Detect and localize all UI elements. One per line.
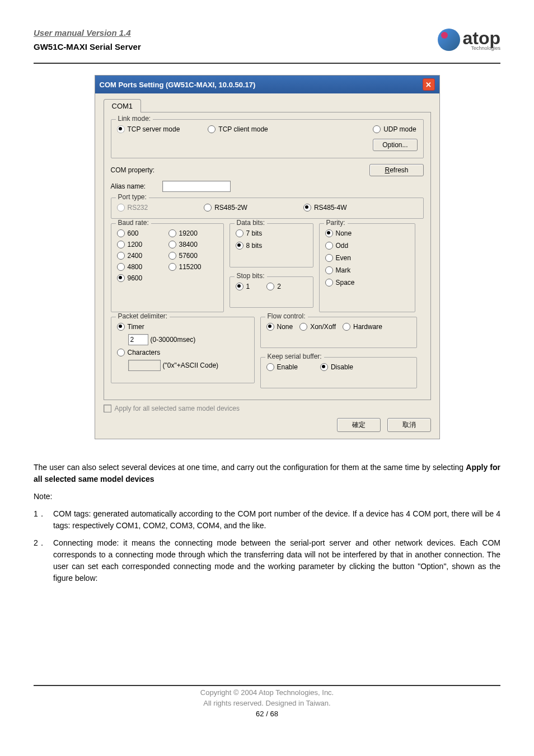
radio-characters[interactable]: Characters xyxy=(117,349,249,356)
radio-icon xyxy=(168,252,176,260)
radio-ks-enable[interactable]: Enable xyxy=(266,363,298,371)
close-button[interactable]: ✕ xyxy=(423,78,435,91)
footer-rights: All rights reserved. Designed in Taiwan. xyxy=(34,699,500,707)
baud-rate-legend: Baud rate: xyxy=(116,219,151,227)
body-text: The user can also select several devices… xyxy=(34,462,500,584)
radio-udp-mode[interactable]: UDP mode xyxy=(373,125,416,133)
ok-button[interactable]: 確定 xyxy=(337,418,381,432)
radio-baud-9600[interactable]: 9600 xyxy=(117,274,166,282)
radio-icon xyxy=(266,323,274,331)
radio-icon xyxy=(325,279,333,287)
page-header: User manual Version 1.4 GW51C-MAXI Seria… xyxy=(34,28,500,64)
radio-icon xyxy=(236,242,243,250)
com-property-label: COM property: xyxy=(111,166,155,174)
radio-icon xyxy=(117,125,125,133)
radio-7bits[interactable]: 7 bits xyxy=(236,229,307,237)
radio-tcp-server[interactable]: TCP server mode xyxy=(117,125,180,133)
radio-icon xyxy=(117,204,125,212)
radio-icon xyxy=(266,283,274,290)
radio-baud-4800[interactable]: 4800 xyxy=(117,263,166,271)
packet-delimiter-legend: Packet delimiter: xyxy=(116,312,170,320)
link-mode-fieldset: Link mode: TCP server mode TCP client mo… xyxy=(111,119,424,158)
flow-control-fieldset: Flow control: None Xon/Xoff Hardware xyxy=(260,317,417,348)
apply-all-checkbox xyxy=(104,405,111,412)
radio-icon xyxy=(266,363,274,371)
radio-baud-38400[interactable]: 38400 xyxy=(168,241,218,248)
radio-baud-600[interactable]: 600 xyxy=(117,229,166,237)
radio-icon xyxy=(236,229,243,237)
dialog-title: COM Ports Setting (GW51C-MAXI, 10.0.50.1… xyxy=(100,81,256,89)
radio-icon xyxy=(299,323,307,331)
dialog-titlebar: COM Ports Setting (GW51C-MAXI, 10.0.50.1… xyxy=(95,76,439,93)
radio-ks-disable[interactable]: Disable xyxy=(320,363,353,371)
radio-icon xyxy=(117,274,125,282)
timer-value-input[interactable] xyxy=(128,334,148,345)
parity-legend: Parity: xyxy=(324,219,348,227)
radio-parity-none[interactable]: None xyxy=(325,229,409,237)
refresh-button[interactable]: Refresh xyxy=(369,164,423,176)
note-label: Note: xyxy=(34,491,500,503)
radio-icon xyxy=(117,263,125,271)
alias-name-label: Alias name: xyxy=(111,182,146,190)
footer-page: 62 / 68 xyxy=(34,710,500,718)
port-type-legend: Port type: xyxy=(116,193,149,201)
option-button[interactable]: Option... xyxy=(373,139,417,151)
stop-bits-legend: Stop bits: xyxy=(235,272,267,280)
parity-fieldset: Parity: None Odd Even Mark Space xyxy=(319,223,415,312)
radio-icon xyxy=(343,323,350,331)
data-bits-legend: Data bits: xyxy=(235,219,268,227)
cancel-button[interactable]: 取消 xyxy=(387,418,431,432)
radio-icon xyxy=(168,229,176,237)
radio-fc-hardware[interactable]: Hardware xyxy=(343,323,382,331)
radio-stop-2[interactable]: 2 xyxy=(266,283,281,290)
apply-all-label: Apply for all selected same model device… xyxy=(115,405,240,412)
data-bits-fieldset: Data bits: 7 bits 8 bits xyxy=(229,223,313,267)
keep-serial-legend: Keep serial buffer: xyxy=(265,353,324,360)
radio-tcp-client[interactable]: TCP client mode xyxy=(208,125,268,133)
radio-rs485-4w[interactable]: RS485-4W xyxy=(303,204,347,212)
radio-icon xyxy=(117,252,125,260)
radio-stop-1[interactable]: 1 xyxy=(236,283,250,290)
radio-icon xyxy=(373,125,381,133)
radio-fc-xonxoff[interactable]: Xon/Xoff xyxy=(299,323,336,331)
page-footer: Copyright © 2004 Atop Technologies, Inc.… xyxy=(34,685,500,718)
tab-com1[interactable]: COM1 xyxy=(104,99,142,112)
baud-rate-fieldset: Baud rate: 600 19200 1200 38400 2400 576… xyxy=(111,223,224,312)
packet-delimiter-fieldset: Packet delimiter: Timer (0-30000msec) Ch… xyxy=(111,317,255,383)
alias-name-input[interactable] xyxy=(162,181,231,192)
radio-icon xyxy=(168,241,176,248)
footer-divider xyxy=(34,685,500,686)
radio-baud-1200[interactable]: 1200 xyxy=(117,241,166,248)
radio-8bits[interactable]: 8 bits xyxy=(236,242,307,250)
radio-icon xyxy=(117,229,125,237)
link-mode-legend: Link mode: xyxy=(116,115,153,123)
radio-icon xyxy=(208,125,216,133)
radio-baud-115200[interactable]: 115200 xyxy=(168,263,218,271)
radio-icon xyxy=(325,242,333,250)
manual-title: User manual Version 1.4 xyxy=(34,28,438,37)
timer-range-label: (0-30000msec) xyxy=(151,336,196,344)
port-type-fieldset: Port type: RS232 RS485-2W RS485-4W xyxy=(111,198,424,219)
radio-icon xyxy=(117,349,125,356)
list-item-1: 1． COM tags: generated automatically acc… xyxy=(34,508,500,532)
com-ports-dialog: COM Ports Setting (GW51C-MAXI, 10.0.50.1… xyxy=(95,75,440,439)
radio-baud-19200[interactable]: 19200 xyxy=(168,229,218,237)
radio-fc-none[interactable]: None xyxy=(266,323,293,331)
radio-icon xyxy=(320,363,328,371)
radio-parity-space[interactable]: Space xyxy=(325,279,409,287)
stop-bits-fieldset: Stop bits: 1 2 xyxy=(229,276,313,308)
radio-icon xyxy=(168,263,176,271)
radio-parity-odd[interactable]: Odd xyxy=(325,242,409,250)
characters-input xyxy=(128,360,161,371)
radio-baud-2400[interactable]: 2400 xyxy=(117,252,166,260)
radio-icon xyxy=(303,204,311,212)
radio-timer[interactable]: Timer xyxy=(117,323,249,331)
radio-parity-mark[interactable]: Mark xyxy=(325,266,409,274)
radio-parity-even[interactable]: Even xyxy=(325,254,409,262)
radio-rs485-2w[interactable]: RS485-2W xyxy=(204,204,247,212)
radio-icon xyxy=(325,254,333,262)
header-divider xyxy=(34,63,500,64)
radio-baud-57600[interactable]: 57600 xyxy=(168,252,218,260)
radio-rs232: RS232 xyxy=(117,204,148,212)
radio-icon xyxy=(325,229,333,237)
